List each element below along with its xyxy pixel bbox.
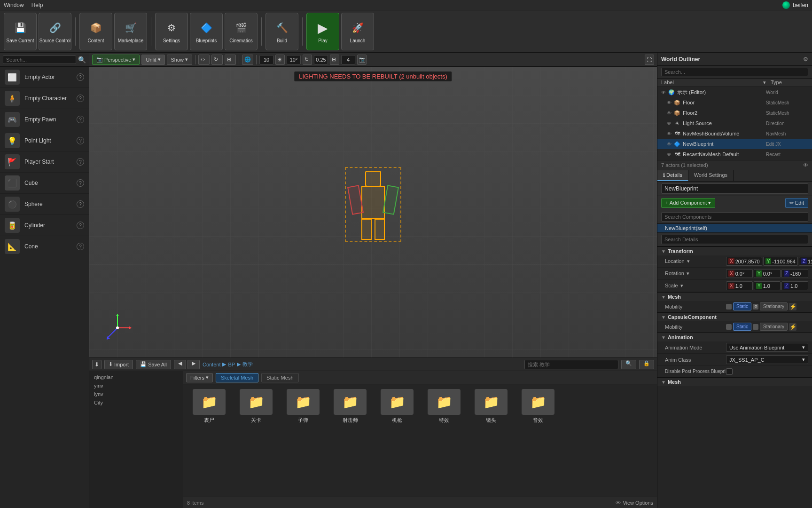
location-y-field[interactable]: Y -1100.964 bbox=[763, 257, 798, 266]
filters-dropdown[interactable]: Filters ▾ bbox=[186, 373, 213, 382]
empty-character-help[interactable]: ? bbox=[77, 95, 84, 102]
cb-tree-item-3[interactable]: City bbox=[89, 398, 183, 407]
actor-item-empty-pawn[interactable]: 🎮 Empty Pawn ? bbox=[0, 109, 89, 130]
menubar-help[interactable]: Help bbox=[31, 2, 43, 8]
actor-item-cone[interactable]: 📐 Cone ? bbox=[0, 236, 89, 257]
mobility-static-btn[interactable]: Static bbox=[733, 302, 751, 310]
cb-back-btn[interactable]: ◀ bbox=[174, 360, 186, 369]
mobility-extra-btn[interactable]: ⚡ bbox=[789, 303, 796, 310]
cb-tree-item-0[interactable]: qingnian bbox=[89, 373, 183, 381]
location-x-field[interactable]: X 2007.8570 bbox=[726, 257, 762, 266]
cb-tree-item-2[interactable]: lynv bbox=[89, 390, 183, 398]
menubar-window[interactable]: Window bbox=[4, 2, 24, 8]
rotation-y-field[interactable]: Y 0.0° bbox=[754, 269, 781, 278]
cb-folder-effect[interactable]: 📁 特效 bbox=[423, 389, 465, 424]
wo-vis-editor[interactable]: 👁 bbox=[661, 90, 666, 95]
cb-folder-gun[interactable]: 📁 机枪 bbox=[376, 389, 418, 424]
scale-mode-btn[interactable]: ⊞ bbox=[225, 55, 236, 65]
mobility-stationary-btn[interactable]: Stationary bbox=[760, 302, 788, 310]
actor-item-sphere[interactable]: ⚫ Sphere ? bbox=[0, 194, 89, 215]
launch-button[interactable]: 🚀 Launch bbox=[341, 13, 374, 50]
wo-vis-recast[interactable]: 👁 bbox=[667, 152, 671, 157]
static-mesh-tab[interactable]: Static Mesh bbox=[261, 373, 298, 382]
marketplace-button[interactable]: 🛒 Marketplace bbox=[114, 13, 147, 50]
maximize-btn[interactable]: ⛶ bbox=[645, 55, 654, 65]
settings-button[interactable]: ⚙ Settings bbox=[155, 13, 188, 50]
capsule-extra-btn[interactable]: ⚡ bbox=[789, 323, 796, 331]
search-components-input[interactable] bbox=[661, 212, 808, 222]
point-light-help[interactable]: ? bbox=[77, 137, 84, 144]
rotate-mode-btn[interactable]: ↻ bbox=[211, 55, 223, 65]
dp-tab-details[interactable]: ℹ Details bbox=[657, 170, 688, 181]
wo-item-floor2[interactable]: 👁 📦 Floor2 StaticMesh bbox=[657, 108, 812, 118]
cb-import-icon[interactable]: ⬇ bbox=[92, 360, 102, 369]
anim-mode-dropdown[interactable]: Use Animation Blueprint ▾ bbox=[726, 343, 808, 352]
search-details-input[interactable] bbox=[661, 235, 808, 244]
wo-item-recast[interactable]: 👁 🗺 RecastNavMesh-Default Recast bbox=[657, 149, 812, 159]
player-start-help[interactable]: ? bbox=[77, 158, 84, 166]
wo-item-floor[interactable]: 👁 📦 Floor StaticMesh bbox=[657, 97, 812, 108]
anim-class-dropdown[interactable]: JX_SS1_AP_C ▾ bbox=[726, 355, 808, 364]
actor-item-empty-actor[interactable]: ⬜ Empty Actor ? bbox=[0, 67, 89, 88]
viewport-show-dropdown[interactable]: Show ▾ bbox=[167, 55, 193, 65]
location-z-field[interactable]: Z 119.3 bbox=[799, 257, 812, 266]
skeletal-mesh-tab[interactable]: Skeletal Mesh bbox=[216, 373, 258, 382]
grid-size-input[interactable]: 10 bbox=[259, 55, 273, 64]
cone-help[interactable]: ? bbox=[77, 243, 84, 250]
save-current-button[interactable]: 💾 Save Current bbox=[4, 13, 37, 50]
comp-item-newblueprint[interactable]: NewBlueprint(self) bbox=[657, 224, 812, 233]
play-button[interactable]: ▶ Play bbox=[306, 13, 339, 50]
viewport[interactable]: LIGHTING NEEDS TO BE REBUILT (2 unbuilt … bbox=[89, 67, 657, 357]
cb-folder-shooter[interactable]: 📁 射击师 bbox=[329, 389, 371, 424]
rotation-z-field[interactable]: Z -160 bbox=[781, 269, 808, 278]
scale-input[interactable] bbox=[314, 55, 328, 64]
wo-vis-floor2[interactable]: 👁 bbox=[667, 111, 671, 116]
viewport-mode-dropdown[interactable]: 📷 Perspective ▾ bbox=[92, 55, 140, 65]
sphere-help[interactable]: ? bbox=[77, 200, 84, 208]
cb-lock-btn[interactable]: 🔒 bbox=[639, 360, 654, 369]
world-space-btn[interactable]: 🌐 bbox=[242, 55, 253, 65]
actor-item-cylinder[interactable]: 🥫 Cylinder ? bbox=[0, 215, 89, 236]
scale-x-field[interactable]: X 1.0 bbox=[726, 281, 753, 290]
cb-forward-btn[interactable]: ▶ bbox=[187, 360, 200, 369]
angle-input[interactable] bbox=[287, 55, 301, 64]
wo-vis-floor[interactable]: 👁 bbox=[667, 100, 671, 105]
search-actors-input[interactable] bbox=[3, 56, 76, 64]
cb-search-icon-btn[interactable]: 🔍 bbox=[621, 360, 636, 369]
actor-item-player-start[interactable]: 🚩 Player Start ? bbox=[0, 151, 89, 173]
cb-save-all-button[interactable]: 💾 Save All bbox=[136, 360, 171, 369]
rotation-dropdown-icon[interactable]: ▾ bbox=[687, 270, 689, 276]
number-input[interactable] bbox=[341, 55, 355, 64]
capsule-stationary-btn[interactable]: Stationary bbox=[760, 323, 788, 331]
capsule-static-btn[interactable]: Static bbox=[733, 323, 751, 331]
dp-capsule-section-header[interactable]: ▼ CapsuleComponent bbox=[657, 312, 812, 321]
wo-item-navmesh[interactable]: 👁 🗺 NavMeshBoundsVolume NavMesh bbox=[657, 128, 812, 139]
add-component-button[interactable]: + Add Component ▾ bbox=[661, 198, 715, 208]
cube-help[interactable]: ? bbox=[77, 179, 84, 187]
cb-folder-zombie[interactable]: 📁 表尸 bbox=[188, 389, 230, 424]
scale-snap-btn[interactable]: ⊟ bbox=[330, 55, 339, 65]
dp-mesh2-section-header[interactable]: ▼ Mesh bbox=[657, 377, 812, 386]
scale-z-field[interactable]: Z 1.0 bbox=[781, 281, 808, 290]
disable-post-checkbox[interactable] bbox=[726, 368, 733, 375]
wo-search-input[interactable] bbox=[661, 68, 808, 76]
cinematics-button[interactable]: 🎬 Cinematics bbox=[225, 13, 258, 50]
wo-vis-navmesh[interactable]: 👁 bbox=[667, 131, 671, 136]
rotation-x-field[interactable]: X 0.0° bbox=[726, 269, 753, 278]
cylinder-help[interactable]: ? bbox=[77, 222, 84, 229]
dp-transform-section-header[interactable]: ▼ Transform bbox=[657, 246, 812, 255]
actor-name-input[interactable] bbox=[661, 183, 808, 194]
wo-item-editor[interactable]: 👁 🌍 示示 (Editor) World bbox=[657, 87, 812, 97]
actor-item-empty-character[interactable]: 🧍 Empty Character ? bbox=[0, 88, 89, 109]
wo-settings-icon[interactable]: ⚙ bbox=[803, 56, 808, 63]
breadcrumb-bp[interactable]: BP bbox=[228, 362, 235, 367]
breadcrumb-content[interactable]: Content bbox=[203, 362, 221, 367]
edit-button[interactable]: ✏ Edit bbox=[785, 198, 808, 208]
build-button[interactable]: 🔨 Build bbox=[265, 13, 298, 50]
scale-dropdown-icon[interactable]: ▾ bbox=[680, 283, 683, 288]
cb-folder-audio[interactable]: 📁 音效 bbox=[517, 389, 559, 424]
grid-snap-btn[interactable]: ⊞ bbox=[275, 55, 285, 65]
translate-mode-btn[interactable]: ⇔ bbox=[198, 55, 210, 65]
content-button[interactable]: 📦 Content bbox=[79, 13, 112, 50]
scale-y-field[interactable]: Y 1.0 bbox=[754, 281, 781, 290]
